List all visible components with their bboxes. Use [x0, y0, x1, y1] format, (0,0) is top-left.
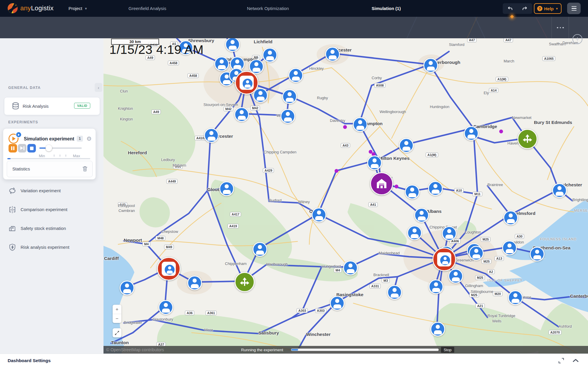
more-options-button[interactable] [554, 24, 566, 31]
in-transit-shipment-dot[interactable] [499, 130, 503, 133]
in-transit-shipment-dot[interactable] [343, 125, 347, 129]
customer-marker[interactable] [387, 285, 402, 300]
map-city-label: Ely [484, 91, 489, 95]
customer-marker[interactable] [219, 181, 234, 196]
zoom-in-button[interactable]: + [113, 305, 121, 314]
map-city-label: Chepstow [161, 229, 178, 234]
customer-marker[interactable] [253, 242, 267, 257]
customer-marker[interactable] [312, 208, 326, 222]
main-menu-button[interactable] [567, 3, 581, 14]
customer-marker[interactable] [502, 241, 517, 255]
customer-marker[interactable] [187, 276, 202, 290]
stop-experiment-button[interactable]: Stop [441, 347, 454, 353]
statistics-item[interactable]: Statistics [7, 161, 93, 177]
customer-marker[interactable] [367, 155, 382, 170]
sidebar-item-comparison-experiment[interactable]: A B Comparison experiment [0, 202, 103, 217]
sidebar-item-risk-analysis-experiment[interactable]: Risk analysis experiment [0, 240, 103, 255]
in-transit-shipment-dot[interactable] [335, 169, 338, 173]
trash-icon[interactable] [82, 166, 88, 172]
sidebar-item-variation-experiment[interactable]: Variation experiment [0, 183, 103, 198]
database-icon [11, 102, 20, 110]
speed-slider[interactable] [39, 147, 82, 149]
dc-warehouse-marker[interactable] [370, 172, 393, 195]
customer-marker[interactable] [353, 117, 368, 132]
customer-marker[interactable] [469, 246, 484, 261]
customer-marker[interactable] [343, 261, 358, 275]
supplier-marker[interactable] [235, 272, 255, 292]
customer-marker[interactable] [407, 226, 422, 240]
redo-button[interactable] [520, 4, 530, 13]
road-badge: A303 [315, 308, 326, 313]
customer-marker[interactable] [204, 128, 219, 143]
in-transit-shipment-dot[interactable] [395, 185, 398, 188]
simulation-status-bar: © OpenStreetMap contributors Running the… [103, 346, 588, 354]
distribution-arrows-icon [522, 133, 533, 145]
map-canvas[interactable]: ShrewsburyLichfieldLeicesterStamfordPete… [103, 38, 588, 354]
map-city-label: Hereford [128, 150, 147, 155]
general-data-heading: GENERAL DATA [8, 86, 41, 90]
app-logo[interactable]: anyLogistix [8, 3, 54, 13]
tab-network-optimization[interactable]: Network Optimization [247, 0, 289, 17]
customer-marker[interactable] [405, 185, 420, 199]
customer-marker[interactable] [280, 109, 295, 124]
pause-button[interactable] [9, 144, 17, 152]
slider-thumb[interactable] [46, 145, 52, 151]
customer-marker[interactable] [214, 57, 229, 71]
map-city-label: Salisbury [258, 330, 279, 336]
help-button[interactable]: ? Help ▼ [534, 3, 562, 14]
zoom-out-button[interactable]: − [113, 314, 121, 323]
expand-panel-icon[interactable] [558, 357, 564, 364]
tab-greenfield-analysis[interactable]: Greenfield Analysis [128, 0, 166, 17]
customer-marker[interactable] [423, 58, 438, 73]
road-badge: A303 [297, 308, 308, 313]
customer-marker[interactable] [464, 126, 479, 141]
alert-site-marker[interactable] [235, 71, 258, 95]
road-badge: A331 [370, 284, 381, 289]
chevron-up-icon[interactable] [572, 357, 579, 364]
customer-marker[interactable] [442, 226, 457, 241]
risk-analysis-item[interactable]: Risk Analysis VALID [4, 97, 100, 115]
customer-marker[interactable] [263, 48, 277, 62]
road-badge: M49 [164, 245, 174, 249]
gear-icon[interactable]: ⚙ [86, 135, 92, 142]
customer-marker[interactable] [430, 322, 445, 336]
alert-site-marker[interactable] [157, 257, 181, 281]
customer-marker[interactable] [288, 68, 303, 83]
customer-marker[interactable] [414, 208, 429, 223]
map-city-label: Wellingborough [380, 110, 406, 114]
customer-marker[interactable] [120, 281, 134, 295]
fast-forward-button[interactable] [18, 144, 26, 152]
simulation-experiment-title[interactable]: Simulation experiment [24, 136, 74, 142]
customer-marker[interactable] [429, 279, 443, 294]
sidebar-item-safety-stock-estimation[interactable]: Safety stock estimation [0, 221, 103, 236]
customer-marker[interactable] [282, 89, 297, 104]
customer-marker[interactable] [158, 300, 173, 315]
alert-site-marker[interactable] [432, 248, 456, 271]
supplier-marker[interactable] [517, 129, 537, 149]
help-question-icon: ? [537, 6, 542, 11]
customer-marker[interactable] [428, 181, 443, 196]
customer-marker[interactable] [503, 210, 518, 225]
customer-marker[interactable] [508, 290, 523, 305]
customer-marker[interactable] [448, 269, 463, 284]
customer-icon [440, 255, 451, 266]
map-city-label: Brightlingsea [572, 198, 588, 202]
add-object-button[interactable] [572, 34, 582, 44]
stop-button[interactable] [27, 144, 36, 152]
map-city-label: Ashford [559, 324, 572, 329]
map-city-label: Clun [120, 89, 128, 93]
customer-marker[interactable] [399, 138, 414, 153]
project-menu[interactable]: Project ▼ [69, 0, 88, 17]
sidebar-collapse-button[interactable]: ‹ [95, 83, 102, 92]
customer-marker[interactable] [330, 296, 345, 311]
customer-marker[interactable] [530, 247, 544, 261]
customer-marker[interactable] [234, 107, 249, 122]
customer-marker[interactable] [325, 47, 340, 62]
road-badge: M42 [223, 107, 233, 111]
undo-button[interactable] [505, 4, 515, 13]
road-badge: A10 [454, 188, 464, 193]
tab-simulation[interactable]: Simulation (1) [372, 0, 401, 17]
map-fullscreen-button[interactable] [113, 328, 121, 337]
map-city-label: Loughton [465, 230, 481, 234]
customer-marker[interactable] [552, 183, 567, 198]
